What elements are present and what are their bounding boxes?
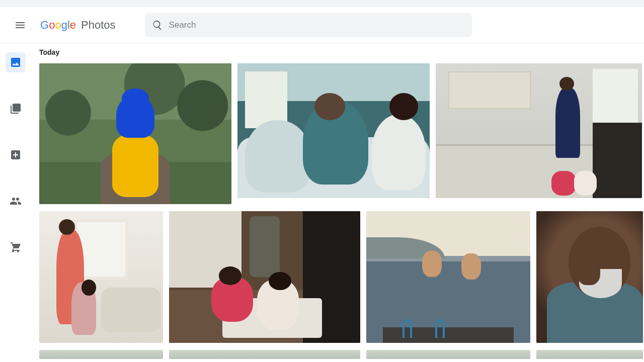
- main-menu-button[interactable]: [8, 13, 32, 37]
- photo-row: [39, 350, 644, 359]
- google-photos-logo[interactable]: Google Photos: [40, 19, 116, 32]
- nav-albums[interactable]: [6, 99, 26, 119]
- app-header: Google Photos: [0, 7, 644, 43]
- product-name: Photos: [81, 19, 116, 32]
- search-input[interactable]: [163, 20, 465, 30]
- photo-thumbnail[interactable]: [436, 63, 642, 198]
- nav-print-store[interactable]: [6, 237, 26, 257]
- add-box-icon: [10, 149, 22, 161]
- photo-thumbnail[interactable]: [237, 63, 430, 198]
- side-nav: [0, 50, 31, 257]
- cart-icon: [10, 241, 22, 253]
- photo-thumbnail[interactable]: [39, 63, 231, 204]
- people-icon: [10, 195, 22, 207]
- collections-icon: [10, 103, 22, 115]
- nav-sharing[interactable]: [6, 191, 26, 211]
- photo-thumbnail[interactable]: [169, 350, 360, 359]
- photo-grid: Today: [39, 45, 644, 362]
- photo-thumbnail[interactable]: [366, 350, 530, 359]
- google-wordmark: Google: [40, 20, 76, 31]
- photo-row: [39, 211, 644, 343]
- search-icon: [152, 20, 163, 31]
- photo-thumbnail[interactable]: [39, 350, 163, 359]
- photo-thumbnail[interactable]: [536, 350, 643, 359]
- photo-thumbnail[interactable]: [169, 211, 360, 343]
- date-header: Today: [39, 48, 644, 56]
- photo-thumbnail[interactable]: [39, 211, 163, 343]
- hamburger-icon: [14, 19, 26, 31]
- photo-thumbnail[interactable]: [536, 211, 643, 343]
- image-icon: [10, 56, 22, 68]
- nav-for-you[interactable]: [6, 145, 26, 165]
- search-bar[interactable]: [145, 13, 472, 37]
- browser-chrome-hint: [0, 0, 644, 7]
- photo-thumbnail[interactable]: [366, 211, 530, 343]
- nav-photos[interactable]: [6, 52, 26, 72]
- photo-row: [39, 63, 644, 204]
